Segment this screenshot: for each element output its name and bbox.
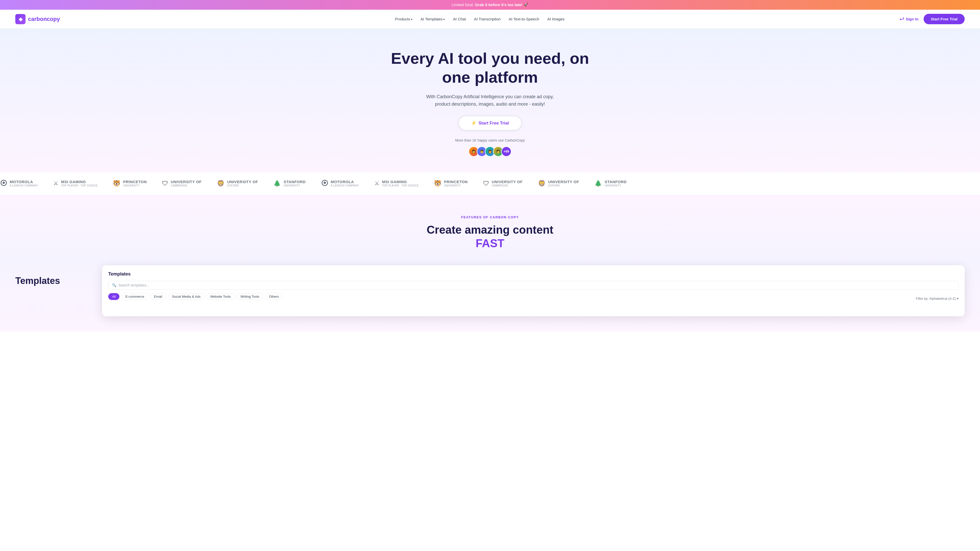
sign-in-link[interactable]: ⮐ Sign In <box>900 16 918 22</box>
logo-cambridge-1: 🛡 UNIVERSITY OF CAMBRIDGE <box>162 179 202 187</box>
navbar: ◈ carboncopy Products AI Templates AI Ch… <box>0 10 980 29</box>
logos-section: ⦿ motorola A Lenovo Company ⚔ MSI GAMING… <box>0 172 980 195</box>
tab-social-media[interactable]: Social Media & Ads <box>168 293 204 300</box>
logo-oxford-2: 🦁 UNIVERSITY OF OXFORD <box>538 179 579 187</box>
hero-subtext: With CarbonCopy Artificial Intelligence … <box>418 93 562 108</box>
msi-symbol-1: ⚔ <box>53 180 59 187</box>
hero-section: Every AI tool you need, on one platform … <box>0 29 980 172</box>
motorola-symbol-1: ⦿ <box>0 179 7 187</box>
logo-cambridge-2: 🛡 UNIVERSITY OF CAMBRIDGE <box>483 179 523 187</box>
nav-ai-chat[interactable]: AI Chat <box>453 17 466 21</box>
hero-heading-line1: Every AI tool you need, on <box>391 49 589 67</box>
logo-princeton-1: 🐯 PRINCETON UNIVERSITY <box>113 179 147 187</box>
tab-others[interactable]: Others <box>265 293 283 300</box>
stanford-symbol-1: 🌲 <box>273 180 281 187</box>
social-proof: More than 1K happy users use CarbonCopy … <box>5 138 975 156</box>
oxford-symbol-1: 🦁 <box>217 180 224 187</box>
features-tag: FEATURES OF CARBON COPY <box>15 215 965 219</box>
hero-heading: Every AI tool you need, on one platform <box>388 49 592 87</box>
sign-in-label: Sign In <box>906 17 918 21</box>
tab-email[interactable]: Email <box>150 293 166 300</box>
logo-stanford-2: 🌲 Stanford University <box>594 179 627 187</box>
templates-filter[interactable]: Filter by: Alphabetical (A-Z) ▾ <box>916 297 959 300</box>
princeton-symbol-2: 🐯 <box>434 180 442 187</box>
search-placeholder: Search templates... <box>118 283 149 287</box>
nav-links: Products AI Templates AI Chat AI Transcr… <box>395 17 565 21</box>
templates-preview-title: Templates <box>108 272 959 277</box>
hero-heading-line2: one platform <box>442 68 538 86</box>
nav-ai-transcription[interactable]: AI Transcription <box>474 17 501 21</box>
tab-all[interactable]: All <box>108 293 119 300</box>
features-heading: Create amazing content FAST <box>15 223 965 250</box>
logo-msi-1: ⚔ MSI GAMING TOP PLAYER · TOP CHOICE <box>53 179 97 187</box>
logo-msi-2: ⚔ MSI GAMING TOP PLAYER · TOP CHOICE <box>374 179 418 187</box>
templates-search[interactable]: 🔍 Search templates... <box>108 281 959 289</box>
hero-trial-button[interactable]: ⚡ Start Free Trial <box>458 116 522 130</box>
logo-text: carboncopy <box>28 16 60 22</box>
princeton-symbol-1: 🐯 <box>113 180 121 187</box>
features-heading-main: Create amazing content <box>427 224 553 236</box>
logo-motorola-2: ⦿ motorola A Lenovo Company <box>321 179 359 187</box>
logo-oxford-1: 🦁 UNIVERSITY OF OXFORD <box>217 179 258 187</box>
templates-section-title: Templates <box>15 275 87 286</box>
avatars-group: 👩 👨 👩 🧑 +99 <box>5 146 975 157</box>
nav-ai-text-to-speech[interactable]: AI Text-to-Speech <box>509 17 539 21</box>
hero-trial-label: Start Free Trial <box>479 121 509 126</box>
logo-princeton-2: 🐯 PRINCETON UNIVERSITY <box>434 179 468 187</box>
templates-left: Templates <box>15 265 87 286</box>
nav-ai-templates[interactable]: AI Templates <box>421 17 445 21</box>
tab-writing-tools[interactable]: Writing Tools <box>237 293 263 300</box>
nav-ai-images[interactable]: AI Images <box>547 17 565 21</box>
templates-section: Templates Templates 🔍 Search templates..… <box>0 260 980 332</box>
features-heading-accent: FAST <box>15 237 965 250</box>
features-section: FEATURES OF CARBON COPY Create amazing c… <box>0 195 980 260</box>
tab-ecommerce[interactable]: E-commerce <box>121 293 148 300</box>
stanford-symbol-2: 🌲 <box>594 180 602 187</box>
templates-preview: Templates 🔍 Search templates... All E-co… <box>102 265 965 316</box>
cambridge-symbol-2: 🛡 <box>483 180 489 187</box>
oxford-symbol-2: 🦁 <box>538 180 546 187</box>
msi-symbol-2: ⚔ <box>374 180 380 187</box>
cambridge-symbol-1: 🛡 <box>162 180 168 187</box>
tab-website-tools[interactable]: Website Tools <box>207 293 234 300</box>
templates-tabs-row: All E-commerce Email Social Media & Ads … <box>108 293 959 304</box>
banner-text: Limited Deal: <box>452 3 475 7</box>
social-proof-text: More than 1K happy users use CarbonCopy <box>418 138 562 143</box>
search-icon: 🔍 <box>112 283 116 287</box>
nav-products[interactable]: Products <box>395 17 412 21</box>
nav-right: ⮐ Sign In Start Free Trial <box>900 14 965 24</box>
logos-track: ⦿ motorola A Lenovo Company ⚔ MSI GAMING… <box>0 179 627 187</box>
top-banner: Limited Deal: Grab it before it's too la… <box>0 0 980 10</box>
templates-tabs: All E-commerce Email Social Media & Ads … <box>108 293 283 300</box>
banner-bold: Grab it before it's too late! 🚀 <box>475 3 528 7</box>
avatar-count: +99 <box>501 146 511 157</box>
logo[interactable]: ◈ carboncopy <box>15 14 60 24</box>
logo-motorola-1: ⦿ motorola A Lenovo Company <box>0 179 38 187</box>
nav-trial-button[interactable]: Start Free Trial <box>924 14 965 24</box>
logo-stanford-1: 🌲 Stanford University <box>273 179 305 187</box>
sign-in-icon: ⮐ <box>900 16 904 22</box>
logo-icon: ◈ <box>15 14 25 24</box>
motorola-symbol-2: ⦿ <box>321 179 328 187</box>
lightning-icon: ⚡ <box>471 121 476 126</box>
